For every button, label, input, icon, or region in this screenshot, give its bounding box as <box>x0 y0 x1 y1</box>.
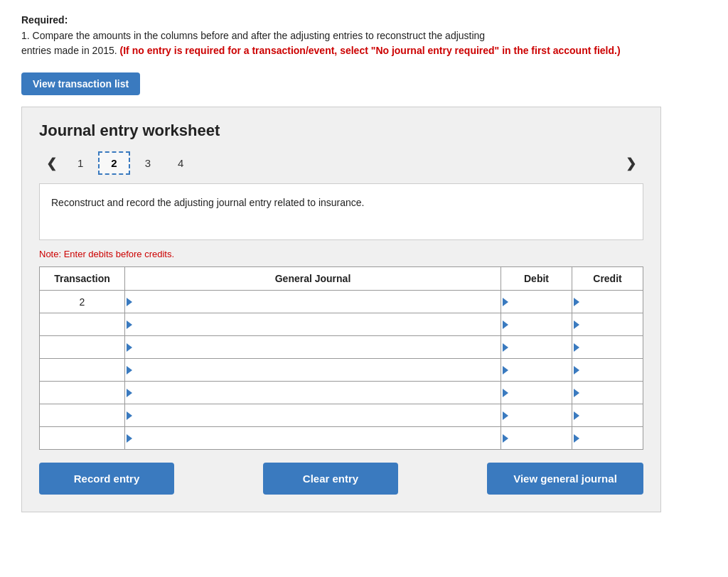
table-row <box>40 336 643 359</box>
header-debit: Debit <box>501 267 572 291</box>
tab-2[interactable]: 2 <box>98 151 129 175</box>
general-journal-cell-6[interactable] <box>125 427 501 450</box>
debit-input-1[interactable] <box>501 313 572 335</box>
description-box: Reconstruct and record the adjusting jou… <box>39 183 643 240</box>
credit-cell-4[interactable] <box>572 382 643 404</box>
transaction-cell-2 <box>40 336 125 359</box>
general-journal-cell-3[interactable] <box>125 359 501 382</box>
credit-input-5[interactable] <box>572 404 643 426</box>
general-journal-input-3[interactable] <box>125 359 500 381</box>
debit-cell-1[interactable] <box>501 313 572 336</box>
debit-cell-4[interactable] <box>501 382 572 404</box>
record-entry-button[interactable]: Record entry <box>39 463 174 495</box>
transaction-cell-1 <box>40 313 125 336</box>
journal-table: Transaction General Journal Debit Credit… <box>39 266 643 450</box>
table-row <box>40 313 643 336</box>
credit-input-2[interactable] <box>572 336 643 358</box>
credit-cell-0[interactable] <box>572 291 643 313</box>
general-journal-input-5[interactable] <box>125 404 500 426</box>
debit-input-5[interactable] <box>501 404 572 426</box>
table-row <box>40 427 643 450</box>
transaction-cell-4 <box>40 382 125 404</box>
view-transaction-button[interactable]: View transaction list <box>21 72 140 95</box>
general-journal-cell-2[interactable] <box>125 336 501 359</box>
credit-input-0[interactable] <box>572 291 643 313</box>
buttons-row: Record entry Clear entry View general jo… <box>39 463 643 495</box>
required-label: Required: <box>21 14 707 26</box>
clear-entry-button[interactable]: Clear entry <box>263 463 398 495</box>
general-journal-cell-4[interactable] <box>125 382 501 404</box>
debit-cell-0[interactable] <box>501 291 572 313</box>
tab-1[interactable]: 1 <box>65 152 95 174</box>
debit-input-0[interactable] <box>501 291 572 313</box>
instructions: 1. Compare the amounts in the columns be… <box>21 28 707 58</box>
debit-cell-2[interactable] <box>501 336 572 359</box>
instructions-line2: entries made in 2015. <box>21 45 117 56</box>
debit-input-4[interactable] <box>501 382 572 404</box>
general-journal-input-4[interactable] <box>125 382 500 404</box>
prev-tab-button[interactable]: ❮ <box>39 153 64 174</box>
header-general-journal: General Journal <box>125 267 501 291</box>
table-row <box>40 382 643 404</box>
credit-cell-3[interactable] <box>572 359 643 382</box>
debit-cell-6[interactable] <box>501 427 572 450</box>
tab-navigation: ❮ 1 2 3 4 ❯ <box>39 151 643 175</box>
worksheet-container: Journal entry worksheet ❮ 1 2 3 4 ❯ Reco… <box>21 107 661 512</box>
tab-3[interactable]: 3 <box>133 152 163 174</box>
credit-cell-6[interactable] <box>572 427 643 450</box>
view-general-journal-button[interactable]: View general journal <box>487 463 643 495</box>
debit-input-6[interactable] <box>501 427 572 449</box>
credit-input-3[interactable] <box>572 359 643 381</box>
general-journal-input-1[interactable] <box>125 313 500 335</box>
debit-cell-3[interactable] <box>501 359 572 382</box>
instructions-red: (If no entry is required for a transacti… <box>120 45 621 56</box>
header-transaction: Transaction <box>40 267 125 291</box>
tab-4[interactable]: 4 <box>166 152 196 174</box>
transaction-cell-6 <box>40 427 125 450</box>
header-credit: Credit <box>572 267 643 291</box>
worksheet-title: Journal entry worksheet <box>39 122 643 140</box>
general-journal-cell-0[interactable] <box>125 291 501 313</box>
credit-input-1[interactable] <box>572 313 643 335</box>
debit-cell-5[interactable] <box>501 404 572 427</box>
general-journal-cell-1[interactable] <box>125 313 501 336</box>
transaction-cell-0: 2 <box>40 291 125 313</box>
general-journal-input-2[interactable] <box>125 336 500 358</box>
general-journal-cell-5[interactable] <box>125 404 501 427</box>
table-row <box>40 404 643 427</box>
general-journal-input-0[interactable] <box>125 291 500 313</box>
credit-cell-1[interactable] <box>572 313 643 336</box>
table-row <box>40 359 643 382</box>
credit-cell-5[interactable] <box>572 404 643 427</box>
general-journal-input-6[interactable] <box>125 427 500 449</box>
credit-input-6[interactable] <box>572 427 643 449</box>
table-row: 2 <box>40 291 643 313</box>
transaction-cell-3 <box>40 359 125 382</box>
instructions-line1: 1. Compare the amounts in the columns be… <box>21 30 485 41</box>
note-text: Note: Enter debits before credits. <box>39 249 643 259</box>
debit-input-3[interactable] <box>501 359 572 381</box>
debit-input-2[interactable] <box>501 336 572 358</box>
credit-input-4[interactable] <box>572 382 643 404</box>
credit-cell-2[interactable] <box>572 336 643 359</box>
next-tab-button[interactable]: ❯ <box>619 153 643 174</box>
transaction-cell-5 <box>40 404 125 427</box>
